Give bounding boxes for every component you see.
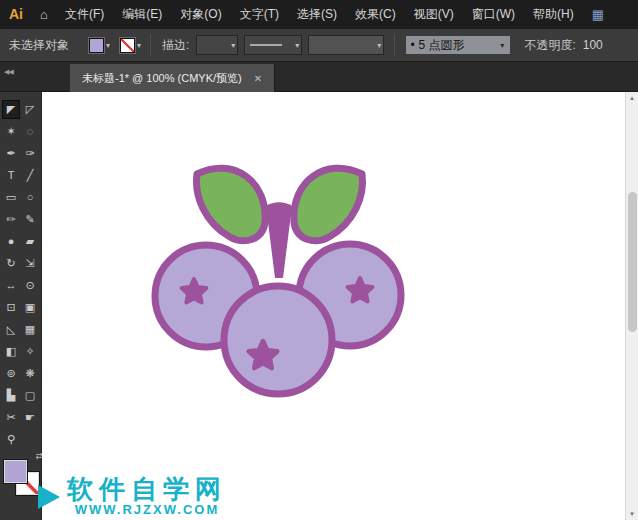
zoom-tool[interactable]: ⚲ <box>3 431 19 448</box>
menu-item-select[interactable]: 选择(S) <box>288 0 346 28</box>
watermark-logo-icon <box>36 482 62 512</box>
watermark-text: 软件自学网 WWW.RJZXW.COM <box>67 476 227 517</box>
caret-down-icon: ▾ <box>231 41 235 50</box>
scrollbar-thumb[interactable] <box>628 192 637 332</box>
stroke-label: 描边: <box>162 37 189 54</box>
opacity-value[interactable]: 100 <box>583 38 603 52</box>
menu-item-effect[interactable]: 效果(C) <box>346 0 405 28</box>
menu-bar: Ai ⌂ 文件(F) 编辑(E) 对象(O) 文字(T) 选择(S) 效果(C)… <box>0 0 638 28</box>
perspective-grid-tool[interactable]: ◺ <box>3 321 19 338</box>
illustrator-window: Ai ⌂ 文件(F) 编辑(E) 对象(O) 文字(T) 选择(S) 效果(C)… <box>0 0 638 520</box>
blend-tool[interactable]: ⊚ <box>3 365 19 382</box>
fill-swatch[interactable] <box>4 460 27 483</box>
document-tab[interactable]: 未标题-1* @ 100% (CMYK/预览) ✕ <box>70 64 275 92</box>
control-bar: 未选择对象 ▾ ▾ 描边: ▾ ▾ ▾ • 5 点圆形 ▾ 不透明度: 100 <box>0 28 638 62</box>
direct-selection-tool[interactable]: ◸ <box>22 101 38 118</box>
tools-panel: ◤ ◸ ✶ ◌ ✒ ✑ T ╱ ▭ ○ ✏ ✎ ● ▰ ↻ ⇲ ↔ ⊙ ⊡ ▣ … <box>0 92 42 520</box>
eyedropper-tool[interactable]: ✧ <box>22 343 38 360</box>
menu-item-object[interactable]: 对象(O) <box>171 0 230 28</box>
watermark-site-name: 软件自学网 <box>67 476 227 502</box>
column-graph-tool[interactable]: ▙ <box>3 387 19 404</box>
tab-bar: ◀◀ 未标题-1* @ 100% (CMYK/预览) ✕ <box>0 62 638 92</box>
mesh-tool[interactable]: ▦ <box>22 321 38 338</box>
close-tab-icon[interactable]: ✕ <box>254 73 262 84</box>
caret-down-icon: ▾ <box>377 41 381 50</box>
width-tool[interactable]: ↔ <box>3 277 19 294</box>
blob-brush-tool[interactable]: ● <box>3 233 19 250</box>
symbol-sprayer-tool[interactable]: ❋ <box>22 365 38 382</box>
rotate-tool[interactable]: ↻ <box>3 255 19 272</box>
selection-tool[interactable]: ◤ <box>3 101 19 118</box>
line-segment-tool[interactable]: ╱ <box>22 167 38 184</box>
leaf-right[interactable] <box>294 168 363 241</box>
free-transform-tool[interactable]: ⊡ <box>3 299 19 316</box>
separator <box>394 34 395 56</box>
stem <box>266 202 292 278</box>
artboard-tool[interactable]: ▢ <box>22 387 38 404</box>
scroll-down-icon[interactable]: ▾ <box>626 510 638 518</box>
stroke-profile-preview <box>250 44 282 46</box>
blueberry-artwork <box>42 92 625 520</box>
paintbrush-tool[interactable]: ✏ <box>3 211 19 228</box>
collapse-panel-icon[interactable]: ◀◀ <box>4 68 13 76</box>
slice-tool[interactable]: ✂ <box>3 409 19 426</box>
brush-name: 5 点圆形 <box>419 37 465 54</box>
document-tab-title: 未标题-1* @ 100% (CMYK/预览) <box>82 71 242 86</box>
brush-bullet-icon: • <box>410 38 414 52</box>
eraser-tool[interactable]: ▰ <box>22 233 38 250</box>
gradient-tool[interactable]: ◧ <box>3 343 19 360</box>
menu-item-help[interactable]: 帮助(H) <box>524 0 583 28</box>
workspace-switcher-icon[interactable]: ▦ <box>592 7 604 22</box>
caret-down-icon: ▾ <box>500 41 504 50</box>
stroke-profile-dropdown[interactable]: ▾ <box>244 35 302 55</box>
separator <box>150 34 151 56</box>
caret-down-icon[interactable]: ▾ <box>137 41 141 50</box>
home-icon[interactable]: ⌂ <box>32 7 56 22</box>
watermark-site-url: WWW.RJZXW.COM <box>67 502 227 517</box>
stroke-weight-dropdown[interactable]: ▾ <box>196 35 238 55</box>
vertical-scrollbar[interactable]: ▴ ▾ <box>625 92 638 520</box>
opacity-label: 不透明度: <box>524 37 575 54</box>
canvas[interactable] <box>42 92 625 520</box>
rectangle-tool[interactable]: ▭ <box>3 189 19 206</box>
hand-tool[interactable]: ☛ <box>22 409 38 426</box>
fill-color-swatch[interactable] <box>89 38 104 53</box>
menu-item-view[interactable]: 视图(V) <box>405 0 463 28</box>
style-dropdown[interactable]: ▾ <box>308 35 384 55</box>
watermark: 软件自学网 WWW.RJZXW.COM <box>36 476 227 517</box>
menu-item-type[interactable]: 文字(T) <box>231 0 288 28</box>
menu-item-window[interactable]: 窗口(W) <box>463 0 524 28</box>
leaf-left[interactable] <box>197 168 266 241</box>
menu-item-edit[interactable]: 编辑(E) <box>113 0 171 28</box>
puppet-warp-tool[interactable]: ⊙ <box>22 277 38 294</box>
scroll-up-icon[interactable]: ▴ <box>626 94 638 102</box>
berry-front[interactable] <box>224 286 332 394</box>
magic-wand-tool[interactable]: ✶ <box>3 123 19 140</box>
lasso-tool[interactable]: ◌ <box>22 123 38 140</box>
scale-tool[interactable]: ⇲ <box>22 255 38 272</box>
brush-definition-dropdown[interactable]: • 5 点圆形 ▾ <box>405 35 511 55</box>
shape-builder-tool[interactable]: ▣ <box>22 299 38 316</box>
selection-status: 未选择对象 <box>9 37 69 54</box>
menu-item-file[interactable]: 文件(F) <box>56 0 113 28</box>
caret-down-icon[interactable]: ▾ <box>106 41 110 50</box>
stroke-color-swatch[interactable] <box>120 38 135 53</box>
type-tool[interactable]: T <box>3 167 19 184</box>
pen-tool[interactable]: ✒ <box>3 145 19 162</box>
tools-grid: ◤ ◸ ✶ ◌ ✒ ✑ T ╱ ▭ ○ ✏ ✎ ● ▰ ↻ ⇲ ↔ ⊙ ⊡ ▣ … <box>0 92 41 448</box>
caret-down-icon: ▾ <box>295 41 299 50</box>
app-logo[interactable]: Ai <box>0 6 32 22</box>
pencil-tool[interactable]: ✎ <box>22 211 38 228</box>
ellipse-tool[interactable]: ○ <box>22 189 38 206</box>
curvature-tool[interactable]: ✑ <box>22 145 38 162</box>
